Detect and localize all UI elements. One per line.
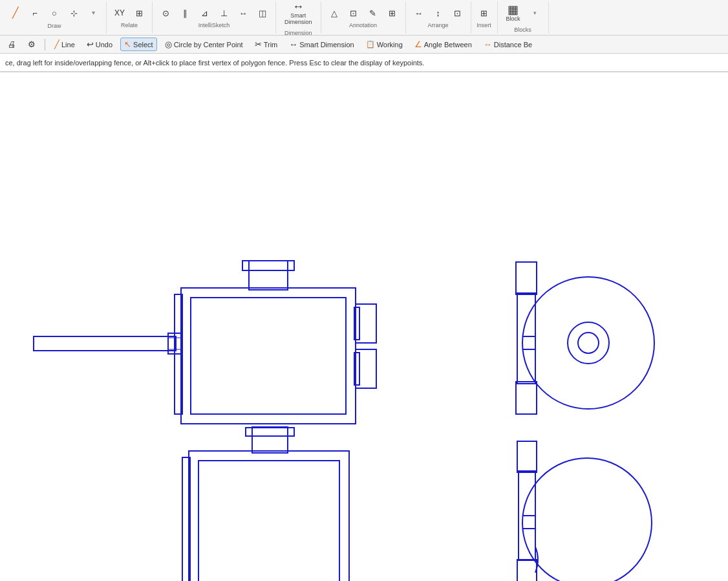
- smart-dim-quick-icon: ↔: [289, 39, 297, 49]
- anno-btn3[interactable]: ✎: [364, 7, 382, 19]
- quick-trim-btn[interactable]: ✂ Trim: [251, 38, 282, 51]
- circle-label: Circle by Center Point: [174, 41, 243, 49]
- grid-icon: ⊞: [136, 9, 143, 17]
- block-arrow-icon: ▾: [533, 10, 537, 16]
- draw-circle-btn[interactable]: ○: [45, 7, 63, 19]
- arrange-icon3: ⊡: [454, 9, 461, 17]
- trim-icon: ✂: [255, 39, 262, 49]
- block-icon: ▦: [508, 4, 519, 16]
- line-quick-icon: ╱: [54, 39, 59, 49]
- draw-extra-btn[interactable]: ▾: [84, 8, 102, 18]
- annotation-label: Annotation: [349, 22, 377, 28]
- toolbar-group-intellisketch: ⊙ ∥ ⊿ ⊥ ↔ ◫ IntelliSketch: [153, 1, 276, 34]
- arrange-label: Arrange: [428, 22, 449, 28]
- quick-print-btn[interactable]: 🖨: [4, 38, 20, 51]
- smart-dimension-btn[interactable]: ↔ SmartDimension: [280, 0, 317, 27]
- toolbar-group-annotation: △ ⊡ ✎ ⊞ Annotation: [321, 1, 406, 34]
- anno-icon1: △: [331, 9, 337, 17]
- intellisketch-btn5[interactable]: ↔: [234, 7, 252, 19]
- svg-rect-0: [0, 81, 728, 573]
- select-label: Select: [133, 41, 153, 49]
- xy-icon: XY: [114, 9, 125, 17]
- working-icon: 📋: [366, 40, 375, 49]
- status-bar: ce, drag left for inside/overlapping fen…: [0, 54, 728, 72]
- arrange-btn3[interactable]: ⊡: [449, 7, 467, 19]
- toolbar-group-insert: ⊞ Insert: [471, 1, 498, 34]
- intellisketch-label: IntelliSketch: [198, 22, 230, 28]
- undo-icon: ↩: [87, 39, 94, 49]
- smart-dim-quick-label: Smart Dimension: [299, 41, 354, 49]
- relate-xy-btn[interactable]: XY: [111, 7, 129, 19]
- intellisketch-btn1[interactable]: ⊙: [156, 7, 175, 19]
- quick-circle-btn[interactable]: ◎ Circle by Center Point: [161, 38, 247, 51]
- anno-icon2: ⊡: [350, 9, 357, 17]
- smart-dim-label: SmartDimension: [284, 12, 312, 25]
- is-icon4: ⊥: [220, 9, 228, 17]
- line-quick-label: Line: [61, 41, 75, 49]
- insert-icon: ⊞: [480, 9, 487, 17]
- block-btn[interactable]: ▦ Block: [502, 2, 525, 24]
- circle-center-icon: ◎: [165, 39, 172, 49]
- quick-working-btn[interactable]: 📋 Working: [362, 38, 407, 50]
- intellisketch-btn2[interactable]: ∥: [176, 7, 194, 19]
- draw-line-btn[interactable]: ╱: [6, 6, 25, 20]
- insert-btn[interactable]: ⊞: [475, 7, 493, 19]
- angle-icon: ∠: [414, 39, 422, 49]
- anno-btn4[interactable]: ⊞: [383, 7, 401, 19]
- working-label: Working: [377, 41, 403, 49]
- toolbar-group-relate: XY ⊞ Relate: [107, 1, 153, 34]
- anno-icon3: ✎: [369, 9, 376, 17]
- quick-distance-btn[interactable]: ↔ Distance Be: [480, 38, 536, 51]
- distance-icon: ↔: [484, 39, 492, 49]
- is-icon1: ⊙: [162, 9, 169, 17]
- quick-line-btn[interactable]: ╱ Line: [50, 38, 79, 51]
- status-text: ce, drag left for inside/overlapping fen…: [5, 59, 424, 67]
- separator1: [45, 39, 45, 50]
- polygon-icon: ⊹: [70, 9, 78, 17]
- toolbar-group-dimension: ↔ SmartDimension Dimension: [276, 1, 321, 34]
- quick-angle-btn[interactable]: ∠ Angle Between: [411, 38, 476, 51]
- relate-label: Relate: [121, 22, 138, 28]
- relate-grid-btn[interactable]: ⊞: [130, 7, 148, 19]
- arrange-btn1[interactable]: ↔: [410, 7, 428, 19]
- smart-dim-icon: ↔: [292, 1, 304, 12]
- is-icon6: ◫: [259, 9, 266, 17]
- trim-label: Trim: [264, 41, 278, 49]
- drawing-canvas[interactable]: [0, 72, 728, 581]
- arrange-btn2[interactable]: ↕: [429, 7, 447, 19]
- print-icon: 🖨: [8, 39, 16, 49]
- dimension-label: Dimension: [284, 30, 312, 36]
- draw-polygon-btn[interactable]: ⊹: [65, 7, 83, 19]
- select-icon: ↖: [124, 39, 131, 49]
- quick-smartdim-btn[interactable]: ↔ Smart Dimension: [285, 38, 358, 51]
- draw-extra-icon: ▾: [92, 10, 95, 16]
- intellisketch-btn4[interactable]: ⊥: [215, 7, 233, 19]
- settings-icon: ⚙: [28, 39, 36, 49]
- quick-access-bar: 🖨 ⚙ ╱ Line ↩ Undo ↖ Select ◎ Circle by C…: [0, 36, 728, 54]
- arrange-icon1: ↔: [414, 9, 423, 17]
- block-label: Block: [506, 16, 520, 22]
- arrange-icon2: ↕: [436, 9, 440, 17]
- quick-select-btn[interactable]: ↖ Select: [120, 38, 157, 51]
- anno-btn1[interactable]: △: [325, 7, 343, 19]
- distance-label: Distance Be: [494, 41, 532, 49]
- quick-undo-btn[interactable]: ↩ Undo: [83, 38, 116, 51]
- anno-icon4: ⊞: [389, 9, 396, 17]
- intellisketch-btn3[interactable]: ⊿: [195, 7, 213, 19]
- circle-draw-icon: ○: [52, 9, 57, 17]
- insert-label: Insert: [476, 22, 491, 28]
- toolbar-group-arrange: ↔ ↕ ⊡ Arrange: [406, 1, 471, 34]
- line-icon: ╱: [12, 8, 19, 18]
- quick-settings-btn[interactable]: ⚙: [24, 38, 39, 51]
- is-icon2: ∥: [183, 9, 187, 17]
- polyline-icon: ⌐: [32, 9, 37, 17]
- undo-label: Undo: [96, 41, 112, 49]
- draw-polyline-btn[interactable]: ⌐: [26, 7, 44, 19]
- angle-label: Angle Between: [424, 41, 472, 49]
- main-toolbar: ╱ ⌐ ○ ⊹ ▾ Draw XY ⊞ Relate: [0, 0, 728, 36]
- block-arrow-btn[interactable]: ▾: [526, 8, 544, 18]
- anno-btn2[interactable]: ⊡: [345, 7, 363, 19]
- is-icon3: ⊿: [201, 9, 208, 17]
- intellisketch-btn6[interactable]: ◫: [253, 7, 272, 19]
- is-icon5: ↔: [239, 9, 248, 17]
